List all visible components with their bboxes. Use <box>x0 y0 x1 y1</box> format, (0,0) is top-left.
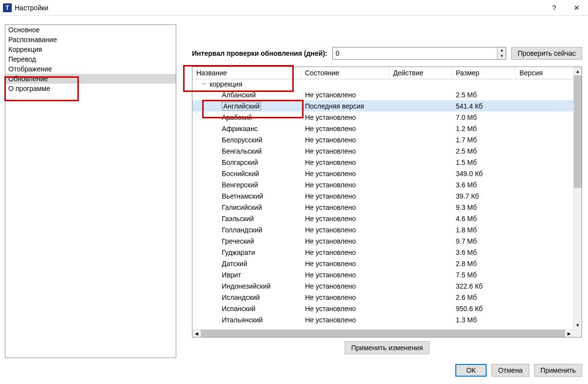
scroll-up-icon[interactable]: ▲ <box>574 67 582 75</box>
check-now-button[interactable]: Проверить сейчас <box>511 47 582 60</box>
table-row[interactable]: ДатскийНе установлено2.8 Мб <box>192 258 582 269</box>
chevron-down-icon[interactable]: ﹀ <box>201 81 207 88</box>
row-size: 1.2 Мб <box>452 125 516 133</box>
row-name: Исландский <box>222 294 260 301</box>
spin-down-icon[interactable]: ▼ <box>497 54 506 60</box>
col-state[interactable]: Состояние <box>301 67 389 79</box>
sidebar-item[interactable]: Распознавание <box>5 35 176 45</box>
row-size: 3.6 Мб <box>452 248 516 256</box>
window-title: Настройки <box>15 4 48 12</box>
row-name: Африкаанс <box>222 125 258 133</box>
table-row[interactable]: АфрикаансНе установлено1.2 Мб <box>192 123 582 134</box>
row-name: Испанский <box>222 305 256 313</box>
row-state: Последняя версия <box>301 102 389 110</box>
row-size: 2.8 Мб <box>452 260 516 268</box>
row-size: 2.5 Мб <box>452 91 516 99</box>
scroll-down-icon[interactable]: ▼ <box>574 321 582 329</box>
row-name: Боснийский <box>222 170 259 178</box>
row-size: 1.7 Мб <box>452 136 516 144</box>
sidebar-item[interactable]: Основное <box>5 25 176 35</box>
row-name: Албанский <box>222 91 256 99</box>
row-state: Не установлено <box>301 203 389 211</box>
row-name: Белорусский <box>222 136 262 144</box>
updates-table: Название Состояние Действие Размер Верси… <box>192 67 582 338</box>
interval-spinbox[interactable]: ▲ ▼ <box>332 47 507 60</box>
row-state: Не установлено <box>301 316 389 324</box>
row-size: 3.6 Мб <box>452 181 516 189</box>
table-row[interactable]: ИспанскийНе установлено950.6 Кб <box>192 303 582 314</box>
table-row[interactable]: БелорусскийНе установлено1.7 Мб <box>192 134 582 145</box>
row-state: Не установлено <box>301 226 389 234</box>
row-state: Не установлено <box>301 282 389 290</box>
hscrollbar-thumb[interactable] <box>201 330 565 337</box>
titlebar: T Настройки ? ✕ <box>0 0 588 16</box>
table-header[interactable]: Название Состояние Действие Размер Верси… <box>192 67 582 79</box>
ok-button[interactable]: OK <box>455 364 487 377</box>
sidebar-item[interactable]: Отображение <box>5 64 176 74</box>
scroll-left-icon[interactable]: ◀ <box>192 330 201 337</box>
col-size[interactable]: Размер <box>452 67 516 79</box>
table-row[interactable]: ВенгерскийНе установлено3.6 Мб <box>192 179 582 190</box>
row-size: 349.0 Кб <box>452 170 516 178</box>
table-row[interactable]: ГалисийскийНе установлено9.3 Мб <box>192 202 582 213</box>
table-row[interactable]: ВьетнамскийНе установлено39.7 Кб <box>192 190 582 202</box>
table-row[interactable]: ИтальянскийНе установлено1.3 Мб <box>192 314 582 325</box>
row-state: Не установлено <box>301 136 389 144</box>
sidebar-item[interactable]: Перевод <box>5 54 176 64</box>
col-action[interactable]: Действие <box>389 67 452 79</box>
row-size: 2.6 Мб <box>452 294 516 301</box>
interval-input[interactable] <box>333 47 497 59</box>
row-size: 2.5 Мб <box>452 147 516 155</box>
row-state: Не установлено <box>301 125 389 133</box>
table-row[interactable]: АлбанскийНе установлено2.5 Мб <box>192 89 582 100</box>
spin-up-icon[interactable]: ▲ <box>497 47 506 54</box>
row-name: Итальянский <box>222 316 263 324</box>
apply-changes-button[interactable]: Применить изменения <box>345 341 429 354</box>
row-state: Не установлено <box>301 215 389 223</box>
help-button[interactable]: ? <box>543 0 565 16</box>
row-name: Английский <box>222 102 261 111</box>
row-state: Не установлено <box>301 271 389 279</box>
cancel-button[interactable]: Отмена <box>492 364 529 377</box>
app-icon: T <box>3 3 12 12</box>
row-state: Не установлено <box>301 147 389 155</box>
row-size: 9.3 Мб <box>452 203 516 211</box>
col-version[interactable]: Версия <box>516 67 582 79</box>
table-row[interactable]: БоснийскийНе установлено349.0 Кб <box>192 168 582 179</box>
row-name: Бенгальский <box>222 147 262 155</box>
settings-sidebar: ОсновноеРаспознаваниеКоррекцияПереводОто… <box>5 24 176 358</box>
table-row[interactable]: БолгарскийНе установлено1.5 Мб <box>192 157 582 168</box>
row-size: 7.5 Мб <box>452 271 516 279</box>
scrollbar-thumb[interactable] <box>574 75 582 188</box>
table-row[interactable]: ИсландскийНе установлено2.6 Мб <box>192 292 582 303</box>
table-row[interactable]: АрабскийНе установлено7.0 Мб <box>192 112 582 123</box>
row-state: Не установлено <box>301 91 389 99</box>
table-row[interactable]: ИвритНе установлено7.5 Мб <box>192 269 582 280</box>
horizontal-scrollbar[interactable]: ◀ ▶ <box>192 329 573 337</box>
apply-button[interactable]: Применить <box>534 364 582 377</box>
table-row[interactable]: ГолландскийНе установлено1.8 Мб <box>192 224 582 235</box>
group-label: коррекция <box>210 80 242 88</box>
row-state: Не установлено <box>301 305 389 313</box>
col-name[interactable]: Название <box>192 67 301 79</box>
row-state: Не установлено <box>301 260 389 268</box>
sidebar-item[interactable]: О программе <box>5 84 176 93</box>
table-row[interactable]: ГуджаратиНе установлено3.6 Мб <box>192 247 582 258</box>
row-name: Греческий <box>222 237 254 245</box>
row-size: 1.3 Мб <box>452 316 516 324</box>
table-row[interactable]: АнглийскийПоследняя версия541.4 Кб <box>192 100 582 112</box>
group-row[interactable]: ﹀ коррекция <box>192 79 582 89</box>
close-button[interactable]: ✕ <box>565 0 588 16</box>
row-name: Арабский <box>222 113 252 121</box>
table-row[interactable]: ИндонезийскийНе установлено322.6 Кб <box>192 280 582 292</box>
vertical-scrollbar[interactable]: ▲ ▼ <box>573 67 582 329</box>
row-size: 7.0 Мб <box>452 113 516 121</box>
row-size: 1.8 Мб <box>452 226 516 234</box>
table-row[interactable]: ГреческийНе установлено9.7 Мб <box>192 235 582 247</box>
table-row[interactable]: ГаэльскийНе установлено4.6 Мб <box>192 213 582 224</box>
table-row[interactable]: БенгальскийНе установлено2.5 Мб <box>192 145 582 157</box>
sidebar-item[interactable]: Обновление <box>5 74 176 84</box>
dialog-footer: OK Отмена Применить <box>0 359 588 383</box>
sidebar-item[interactable]: Коррекция <box>5 45 176 54</box>
scroll-right-icon[interactable]: ▶ <box>565 330 573 337</box>
